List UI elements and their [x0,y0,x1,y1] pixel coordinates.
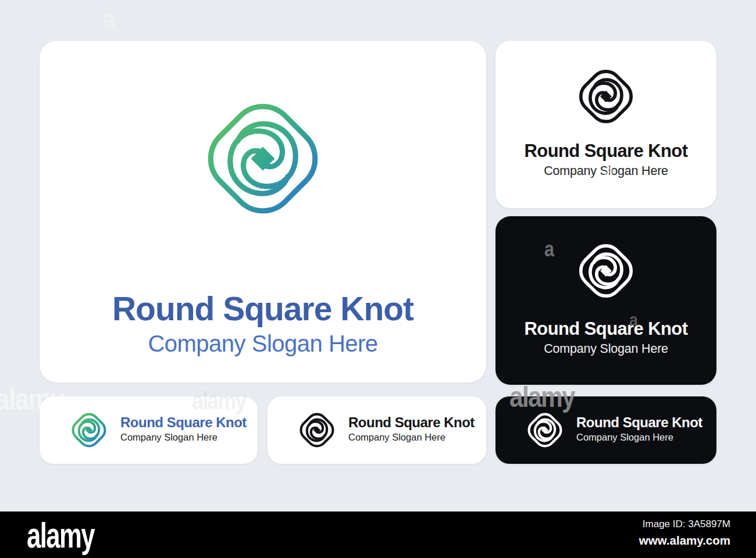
main-logo-card: Round Square Knot Company Slogan Here [40,41,486,382]
horizontal-lockup-dark: Round Square Knot Company Slogan Here [268,396,486,464]
company-name: Round Square Knot [348,414,475,431]
company-name: Round Square Knot [40,289,486,328]
knot-logo-gradient-small [70,411,108,449]
company-name: Round Square Knot [576,414,702,431]
knot-logo-dark [576,66,636,127]
company-slogan: Company Slogan Here [40,331,486,357]
company-name: Round Square Knot [120,414,247,431]
alamy-website: www.alamy.com [639,534,730,548]
alamy-footer-bar: alamy Image ID: 3A5897M www.alamy.com [0,512,756,558]
company-name: Round Square Knot [495,141,716,162]
horizontal-lockup-light: Round Square Knot Company Slogan Here [495,396,716,464]
company-slogan: Company Slogan Here [576,432,673,443]
light-variant-card: Round Square Knot Company Slogan Here [495,41,716,208]
knot-logo-gradient [200,96,326,221]
company-slogan: Company Slogan Here [120,432,217,443]
company-slogan: Company Slogan Here [495,164,716,178]
knot-logo-light [576,241,636,301]
company-name: Round Square Knot [495,319,716,339]
company-slogan: Company Slogan Here [495,342,716,356]
dark-variant-card: Round Square Knot Company Slogan Here [495,216,716,385]
knot-logo-light-small [526,411,564,449]
horizontal-lockup-gradient: Round Square Knot Company Slogan Here [40,396,258,464]
knot-logo-dark-small [298,411,336,449]
watermark: a [102,5,113,34]
alamy-logo: alamy [27,515,94,556]
image-id-label: Image ID: 3A5897M [639,518,730,530]
company-slogan: Company Slogan Here [348,432,445,443]
stock-image-canvas: Round Square Knot Company Slogan Here Ro… [0,0,756,558]
